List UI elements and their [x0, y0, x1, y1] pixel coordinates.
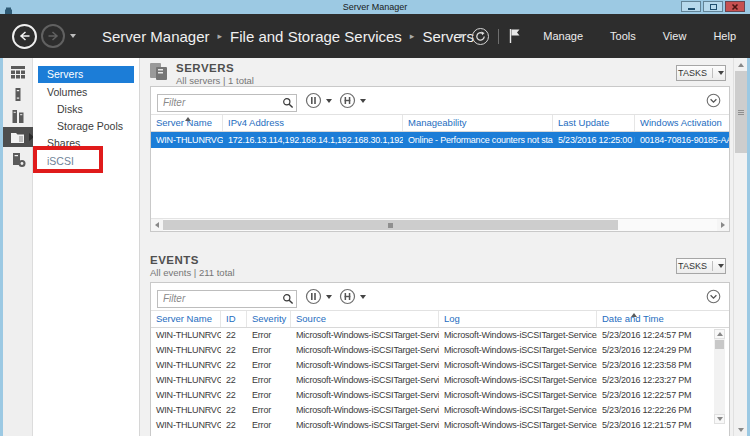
table-cell: 5/23/2016 12:22:26 PM — [597, 403, 729, 418]
table-cell: 22 — [221, 373, 247, 388]
column-header[interactable]: Server Name — [151, 311, 221, 327]
table-row[interactable]: WIN-THLUNRVGHBO22ErrorMicrosoft-Windows-… — [151, 418, 729, 433]
horizontal-scrollbar[interactable] — [151, 218, 729, 231]
back-arrow-icon — [18, 30, 31, 42]
rail-item-all-servers[interactable] — [6, 106, 30, 126]
column-header[interactable]: Log — [439, 311, 597, 327]
column-header[interactable]: IPv4 Address — [223, 115, 403, 131]
server-manager-window: Server Manager Server Manager ▸ File and… — [0, 0, 750, 436]
column-header[interactable]: Windows Activation — [635, 115, 729, 131]
scroll-left-button[interactable] — [151, 219, 163, 231]
collapse-panel-button[interactable] — [706, 93, 721, 112]
table-row[interactable]: WIN-THLUNRVGHBO172.16.13.114,192.168.14.… — [151, 132, 729, 148]
sidebar-item-servers[interactable]: Servers — [38, 66, 134, 83]
scroll-up-button[interactable] — [714, 329, 725, 339]
column-header[interactable]: Severity — [247, 311, 291, 327]
scroll-down-icon — [717, 417, 723, 421]
sidebar-item-storage-pools[interactable]: Storage Pools — [33, 118, 139, 135]
table-cell: Microsoft-Windows-iSCSITarget-Service/Ad… — [439, 343, 597, 358]
events-tasks-button[interactable]: TASKS — [676, 258, 726, 274]
table-row[interactable]: WIN-THLUNRVGHBO22ErrorMicrosoft-Windows-… — [151, 358, 729, 373]
table-cell: 22 — [221, 418, 247, 433]
events-filter-input[interactable] — [157, 290, 297, 308]
refresh-button[interactable] — [472, 28, 489, 45]
notifications-flag-icon[interactable] — [508, 28, 521, 44]
menu-tools[interactable]: Tools — [610, 30, 636, 42]
scroll-down-button[interactable] — [734, 423, 747, 436]
table-row[interactable]: WIN-THLUNRVGHBO22ErrorMicrosoft-Windows-… — [151, 373, 729, 388]
breadcrumb-file-and-storage-services[interactable]: File and Storage Services — [230, 28, 402, 45]
column-header[interactable]: Manageability — [403, 115, 553, 131]
scroll-up-button[interactable] — [734, 58, 747, 71]
chevron-down-icon — [718, 264, 724, 268]
tasks-divider — [712, 261, 713, 271]
column-header[interactable]: Last Update — [553, 115, 635, 131]
servers-tasks-button[interactable]: TASKS — [676, 65, 726, 81]
saved-queries-button[interactable] — [339, 288, 366, 305]
back-button[interactable] — [12, 24, 37, 49]
menu-view[interactable]: View — [663, 30, 687, 42]
filter-criteria-button[interactable] — [305, 92, 332, 109]
column-header[interactable]: ID — [221, 311, 247, 327]
sidebar-item-shares[interactable]: Shares — [33, 135, 139, 152]
column-header[interactable]: Date and Time — [597, 311, 729, 327]
table-row[interactable]: WIN-THLUNRVGHBO22ErrorMicrosoft-Windows-… — [151, 388, 729, 403]
rail-item-dashboard[interactable] — [6, 62, 30, 82]
horizontal-scrollbar-thumb[interactable] — [163, 220, 618, 230]
menu-help[interactable]: Help — [713, 30, 736, 42]
sidebar-item-disks[interactable]: Disks — [33, 101, 139, 118]
rail-item-local-server[interactable] — [6, 84, 30, 104]
menu-manage[interactable]: Manage — [543, 30, 583, 42]
saved-queries-button[interactable] — [339, 92, 366, 109]
table-cell: Microsoft-Windows-iSCSITarget-Service — [291, 328, 439, 343]
breadcrumb: Server Manager ▸ File and Storage Servic… — [102, 28, 474, 45]
vertical-scrollbar-thumb[interactable] — [715, 340, 724, 349]
file-and-storage-services-icon — [10, 130, 27, 145]
column-header[interactable]: Source — [291, 311, 439, 327]
maximize-button[interactable] — [703, 1, 723, 12]
scroll-right-icon — [721, 222, 725, 228]
scroll-down-icon — [738, 428, 744, 432]
servers-filter-input[interactable] — [157, 94, 297, 112]
table-cell: 22 — [221, 358, 247, 373]
table-cell: 5/23/2016 12:22:57 PM — [597, 388, 729, 403]
column-header-label: ID — [226, 313, 236, 324]
tasks-label: TASKS — [678, 68, 707, 78]
filter-criteria-button[interactable] — [305, 288, 332, 305]
rail-item-file-and-storage-services[interactable] — [3, 127, 33, 147]
rail-item-services[interactable] — [6, 150, 30, 170]
breadcrumb-separator-icon: ▸ — [410, 31, 415, 41]
table-cell: 22 — [221, 328, 247, 343]
vertical-scrollbar-thumb[interactable] — [735, 71, 747, 153]
address-dropdown-icon[interactable] — [458, 34, 464, 38]
breadcrumb-server-manager[interactable]: Server Manager — [102, 28, 210, 45]
title-bar[interactable]: Server Manager — [0, 0, 750, 14]
main-vertical-scrollbar[interactable] — [733, 58, 747, 436]
table-cell: WIN-THLUNRVGHBO — [151, 388, 221, 403]
table-row[interactable]: WIN-THLUNRVGHBO22ErrorMicrosoft-Windows-… — [151, 328, 729, 343]
navigation-dropdown-icon[interactable] — [70, 34, 76, 38]
search-icon[interactable] — [282, 291, 294, 309]
sidebar-item-volumes[interactable]: Volumes — [33, 84, 139, 101]
table-row[interactable]: WIN-THLUNRVGHBO22ErrorMicrosoft-Windows-… — [151, 403, 729, 418]
main-content: SERVERS All servers | 1 total TASKS — [138, 58, 730, 436]
table-cell: Microsoft-Windows-iSCSITarget-Service/Ad… — [439, 328, 597, 343]
events-vertical-scrollbar[interactable] — [714, 329, 725, 424]
table-cell: 5/23/2016 12:24:29 PM — [597, 343, 729, 358]
scroll-right-button[interactable] — [717, 219, 729, 231]
table-cell: 5/23/2016 12:21:57 PM — [597, 418, 729, 433]
scroll-down-button[interactable] — [714, 414, 725, 424]
minimize-button[interactable] — [681, 1, 701, 12]
events-panel: Server NameIDSeveritySourceLogDate and T… — [150, 282, 730, 436]
column-header[interactable]: Server Name — [151, 115, 223, 131]
servers-panel: Server NameIPv4 AddressManageabilityLast… — [150, 86, 730, 232]
table-row[interactable]: WIN-THLUNRVGHBO22ErrorMicrosoft-Windows-… — [151, 343, 729, 358]
table-cell: Microsoft-Windows-iSCSITarget-Service/Ad… — [439, 418, 597, 433]
local-server-icon — [10, 87, 26, 102]
search-icon[interactable] — [282, 95, 294, 113]
close-button[interactable] — [725, 1, 745, 12]
table-cell: Microsoft-Windows-iSCSITarget-Service/Ad… — [439, 358, 597, 373]
collapse-panel-button[interactable] — [706, 289, 721, 308]
forward-button[interactable] — [41, 24, 65, 48]
sidebar-item-iscsi[interactable]: iSCSI — [33, 153, 139, 170]
